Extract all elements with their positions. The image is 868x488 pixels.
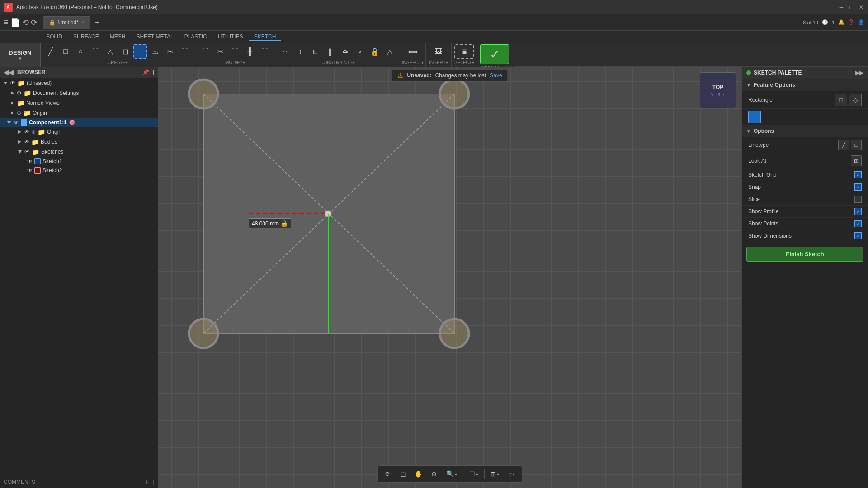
pan-button[interactable]: ✋ xyxy=(412,468,425,480)
constraint-lock-button[interactable]: 🔒 xyxy=(368,44,382,59)
eye-icon[interactable]: 👁 xyxy=(24,139,29,145)
feature-options-header[interactable]: ▼ Feature Options xyxy=(742,79,868,91)
create-more-button[interactable]: ⌒ xyxy=(178,44,192,59)
browser-item-sketches[interactable]: 👁 📁 Sketches xyxy=(0,147,158,157)
eye-icon[interactable]: 👁 xyxy=(14,119,19,126)
constraint-perpendicular-button[interactable]: ⊾ xyxy=(308,44,322,59)
browser-item-unsaved[interactable]: 👁 📁 (Unsaved) xyxy=(0,78,158,88)
modify-fillet-button[interactable]: ⌒ xyxy=(198,44,212,59)
create-dropdown-icon[interactable]: ▾ xyxy=(126,60,128,65)
constraints-dropdown-icon[interactable]: ▾ xyxy=(353,60,355,65)
options-header[interactable]: ▼ Options xyxy=(742,125,868,137)
browser-expand-button[interactable]: | xyxy=(153,69,154,75)
look-at-button[interactable]: ⊞ xyxy=(851,155,862,166)
create-arc-button[interactable]: ⌒ xyxy=(88,44,103,59)
modify-offset-button[interactable]: ⌒ xyxy=(258,44,272,59)
tab-utilities[interactable]: UTILITIES xyxy=(212,33,249,41)
show-points-checkbox[interactable] xyxy=(854,220,862,227)
slice-checkbox[interactable] xyxy=(854,196,862,203)
zoom-dropdown-icon[interactable]: ▾ xyxy=(455,472,457,477)
save-link[interactable]: Save xyxy=(490,72,502,79)
finish-sketch-button[interactable]: ✓ xyxy=(480,44,509,64)
constraint-parallel-button[interactable]: ∥ xyxy=(323,44,337,59)
tab-plastic[interactable]: PLASTIC xyxy=(179,33,212,41)
create-conic-button[interactable]: ⌓ xyxy=(148,44,162,59)
new-file-button[interactable]: ≡ 📄 ⟲ ⟳ xyxy=(4,18,38,28)
browser-item-doc-settings[interactable]: ⚙ 📁 Document Settings xyxy=(0,88,158,98)
eye-icon[interactable]: 👁 xyxy=(27,167,33,174)
zoom-button[interactable]: 🔍 ▾ xyxy=(443,468,460,480)
browser-item-named-views[interactable]: 📁 Named Views xyxy=(0,98,158,108)
linetype-construction-button[interactable]: ╱ xyxy=(838,140,849,150)
add-comment-button[interactable]: + xyxy=(145,478,149,486)
rect-filled-button[interactable] xyxy=(748,111,761,123)
close-button[interactable]: ✕ xyxy=(858,4,864,10)
create-polygon-button[interactable]: △ xyxy=(103,44,118,59)
browser-item-sketch1[interactable]: 👁 Sketch1 xyxy=(0,157,158,166)
grid-button[interactable]: ◻ xyxy=(397,468,410,480)
design-button[interactable]: DESIGN ▾ xyxy=(0,43,41,67)
modify-extend-button[interactable]: ⌒ xyxy=(228,44,242,59)
browser-item-sketch2[interactable]: 👁 Sketch2 xyxy=(0,166,158,175)
account-icon[interactable]: 👤 xyxy=(858,19,864,25)
maximize-button[interactable]: □ xyxy=(848,4,854,10)
sketch-grid-checkbox[interactable] xyxy=(854,171,862,178)
modify-break-button[interactable]: ╫ xyxy=(243,44,257,59)
help-icon[interactable]: ❓ xyxy=(848,19,854,25)
tab-close-icon[interactable]: × xyxy=(81,20,84,25)
create-line-button[interactable]: ╱ xyxy=(43,44,58,59)
browser-item-component1[interactable]: 👁 Component1:1 🎯 xyxy=(0,118,158,127)
create-point-button[interactable]: ✂ xyxy=(163,44,177,59)
new-tab-button[interactable]: + xyxy=(92,17,103,28)
file-tab[interactable]: 🔒 Untitled* × xyxy=(43,16,90,29)
browser-item-origin-root[interactable]: ⊕ 📁 Origin xyxy=(0,108,158,118)
rect-corner-button[interactable]: □ xyxy=(835,94,847,106)
inspect-dimension-button[interactable]: ⟺ xyxy=(403,44,423,59)
finish-sketch-palette-button[interactable]: Finish Sketch xyxy=(746,247,863,262)
modify-trim-button[interactable]: ✂ xyxy=(213,44,227,59)
tab-mesh[interactable]: MESH xyxy=(104,33,131,41)
tab-surface[interactable]: SURFACE xyxy=(68,33,104,41)
view-cube[interactable]: TOP Y↑ X→ xyxy=(700,72,736,108)
constraint-tangent-button[interactable]: ≏ xyxy=(338,44,352,59)
constraint-vertical-button[interactable]: ↕ xyxy=(293,44,307,59)
insert-dropdown-icon[interactable]: ▾ xyxy=(446,60,448,65)
create-circle-button[interactable]: ○ xyxy=(73,44,88,59)
select-button[interactable]: ▣ xyxy=(454,44,474,59)
zoom-fit-button[interactable]: ⊕ xyxy=(428,468,440,480)
tab-sheet-metal[interactable]: SHEET METAL xyxy=(131,33,179,41)
constraint-horizontal-button[interactable]: ↔ xyxy=(278,44,292,59)
rect-diamond-button[interactable]: ◇ xyxy=(849,94,862,106)
snap-button[interactable]: ⟳ xyxy=(382,468,394,480)
modify-dropdown-icon[interactable]: ▾ xyxy=(243,60,245,65)
tab-sketch[interactable]: SKETCH xyxy=(249,33,282,41)
eye-icon[interactable]: 👁 xyxy=(24,149,30,155)
create-rectangle-button[interactable]: □ xyxy=(58,44,73,59)
grid-options-button[interactable]: ⊞▾ xyxy=(487,468,502,480)
linetype-normal-button[interactable]: □ xyxy=(851,140,862,150)
minimize-button[interactable]: ─ xyxy=(838,4,844,10)
tab-solid[interactable]: SOLID xyxy=(41,33,68,41)
show-dimensions-checkbox[interactable] xyxy=(854,232,862,239)
browser-item-bodies[interactable]: 👁 📁 Bodies xyxy=(0,137,158,147)
show-profile-checkbox[interactable] xyxy=(854,208,862,215)
inspect-dropdown-icon[interactable]: ▾ xyxy=(421,60,424,65)
create-slot-button[interactable]: ⊟ xyxy=(118,44,132,59)
snap-checkbox[interactable] xyxy=(854,183,862,191)
constraint-coincident-button[interactable]: ∘ xyxy=(353,44,367,59)
constraint-equal-button[interactable]: △ xyxy=(382,44,397,59)
display-mode-button[interactable]: ☐▾ xyxy=(466,468,481,480)
dimension-label[interactable]: 48.000 mm 🔒 xyxy=(249,218,291,228)
browser-pin-button[interactable]: 📌 xyxy=(142,69,149,75)
browser-item-origin-comp[interactable]: 👁 ⊕ 📁 Origin xyxy=(0,127,158,137)
insert-image-button[interactable]: 🖼 xyxy=(429,44,448,59)
eye-icon[interactable]: 👁 xyxy=(27,158,33,164)
eye-icon[interactable]: 👁 xyxy=(10,80,15,86)
canvas[interactable]: 48.000 mm 🔒 ⚠ Unsaved: Changes may be lo… xyxy=(158,67,741,488)
environment-button[interactable]: ≡▾ xyxy=(505,468,518,480)
eye-icon[interactable]: 👁 xyxy=(24,129,29,135)
select-dropdown-icon[interactable]: ▾ xyxy=(472,60,474,65)
browser-collapse-button[interactable]: ◀◀ xyxy=(4,69,14,76)
collapse-right-icon[interactable]: ▶▶ xyxy=(855,70,863,76)
create-spline-button[interactable] xyxy=(133,44,147,59)
